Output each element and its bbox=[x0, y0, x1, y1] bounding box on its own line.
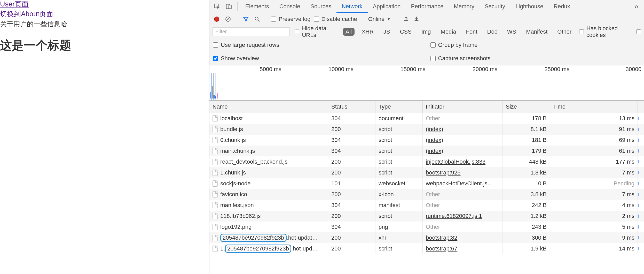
request-name: main.chunk.js bbox=[220, 148, 255, 154]
waterfall-cell bbox=[638, 124, 644, 135]
table-row[interactable]: favicon.ico200x-iconOther3.8 kB7 ms bbox=[209, 189, 644, 200]
timeline-overview[interactable]: 5000 ms10000 ms15000 ms20000 ms25000 ms3… bbox=[209, 65, 644, 100]
record-icon[interactable] bbox=[214, 17, 219, 22]
tab-console[interactable]: Console bbox=[274, 0, 305, 13]
download-har-icon[interactable] bbox=[414, 16, 419, 23]
col-status[interactable]: Status bbox=[328, 101, 375, 113]
table-header[interactable]: Name Status Type Initiator Size Time bbox=[209, 100, 644, 113]
preserve-log-checkbox[interactable]: Preserve log bbox=[271, 16, 311, 22]
filter-type-font[interactable]: Font bbox=[464, 28, 480, 36]
request-type: manifest bbox=[375, 200, 423, 211]
table-row[interactable]: localhost304documentOther178 B13 ms bbox=[209, 113, 644, 124]
upload-har-icon[interactable] bbox=[403, 16, 409, 23]
large-rows-checkbox[interactable]: Use large request rows bbox=[213, 42, 279, 48]
table-row[interactable]: sockjs-node101websocketwebpackHotDevClie… bbox=[209, 178, 644, 189]
capture-screenshots-checkbox[interactable]: Capture screenshots bbox=[430, 55, 491, 62]
tab-network[interactable]: Network bbox=[336, 0, 368, 13]
request-status: 200 bbox=[328, 167, 375, 178]
tab-sources[interactable]: Sources bbox=[305, 0, 336, 13]
tab-performance[interactable]: Performance bbox=[406, 0, 449, 13]
filter-type-img[interactable]: Img bbox=[419, 28, 434, 36]
col-initiator[interactable]: Initiator bbox=[423, 101, 503, 113]
request-name: favicon.ico bbox=[220, 191, 247, 198]
search-icon[interactable] bbox=[253, 15, 261, 23]
inspect-element-icon[interactable] bbox=[212, 2, 222, 11]
col-time[interactable]: Time bbox=[550, 101, 638, 113]
request-initiator[interactable]: bootstrap:67 bbox=[423, 243, 503, 254]
table-row[interactable]: 118.fb73b062.js200scriptruntime.61820097… bbox=[209, 211, 644, 222]
throttle-select[interactable]: Online ▼ bbox=[367, 16, 392, 22]
request-time: 5 ms bbox=[550, 222, 638, 232]
table-row[interactable]: bundle.js200script(index)8.1 kB91 ms bbox=[209, 124, 644, 135]
hide-data-urls-checkbox[interactable]: Hide data URLs bbox=[295, 25, 338, 39]
request-status: 200 bbox=[328, 243, 375, 254]
table-row[interactable]: logo192.png304pngOther243 B5 ms bbox=[209, 222, 644, 232]
col-type[interactable]: Type bbox=[375, 101, 423, 113]
request-size: 300 B bbox=[503, 232, 550, 243]
request-status: 304 bbox=[328, 222, 375, 232]
filter-type-manifest[interactable]: Manifest bbox=[523, 28, 550, 36]
request-name: logo192.png bbox=[220, 224, 252, 230]
show-overview-label: Show overview bbox=[221, 55, 259, 62]
clear-icon[interactable] bbox=[224, 15, 232, 23]
request-initiator[interactable]: bootstrap:925 bbox=[423, 167, 503, 178]
col-size[interactable]: Size bbox=[503, 101, 550, 113]
request-initiator[interactable]: (index) bbox=[423, 135, 503, 146]
filter-type-ws[interactable]: WS bbox=[505, 28, 519, 36]
switch-about-link[interactable]: 切换到About页面 bbox=[0, 9, 53, 19]
filter-type-all[interactable]: All bbox=[343, 28, 354, 36]
timeline-tick: 15000 ms bbox=[356, 65, 428, 73]
request-initiator[interactable]: runtime.61820097.js:1 bbox=[423, 211, 503, 222]
tab-security[interactable]: Security bbox=[480, 0, 510, 13]
request-time: 13 ms bbox=[550, 113, 638, 124]
large-rows-label: Use large request rows bbox=[221, 42, 279, 48]
request-initiator[interactable]: injectGlobalHook.js:833 bbox=[423, 156, 503, 167]
tab-redux[interactable]: Redux bbox=[548, 0, 575, 13]
table-row[interactable]: 0.chunk.js304script(index)181 B69 ms bbox=[209, 135, 644, 146]
filter-type-js[interactable]: JS bbox=[381, 28, 393, 36]
filter-type-doc[interactable]: Doc bbox=[485, 28, 500, 36]
divider bbox=[362, 15, 362, 23]
show-overview-checkbox[interactable]: Show overview bbox=[213, 55, 259, 62]
filter-icon[interactable] bbox=[242, 15, 250, 23]
table-row[interactable]: 1.chunk.js200scriptbootstrap:9251.8 kB7 … bbox=[209, 167, 644, 178]
tab-memory[interactable]: Memory bbox=[449, 0, 479, 13]
devtools-tabs: ElementsConsoleSourcesNetworkApplication… bbox=[209, 0, 644, 13]
user-page-link[interactable]: User页面 bbox=[0, 0, 29, 9]
has-blocked-cookies-checkbox[interactable]: Has blocked cookies bbox=[579, 25, 633, 39]
tab-elements[interactable]: Elements bbox=[240, 0, 274, 13]
request-initiator[interactable]: bootstrap:82 bbox=[423, 232, 503, 243]
device-toolbar-icon[interactable] bbox=[224, 2, 234, 11]
table-row[interactable]: 1.205487be9270982f923b.hot-upd…200script… bbox=[209, 243, 644, 254]
filter-type-other[interactable]: Other bbox=[555, 28, 574, 36]
table-row[interactable]: react_devtools_backend.js200scriptinject… bbox=[209, 156, 644, 167]
table-row[interactable]: main.chunk.js304script(index)179 B61 ms bbox=[209, 146, 644, 156]
disable-cache-checkbox[interactable]: Disable cache bbox=[314, 16, 357, 22]
tab-lighthouse[interactable]: Lighthouse bbox=[510, 0, 548, 13]
extra-checkbox[interactable] bbox=[636, 29, 641, 34]
group-by-frame-checkbox[interactable]: Group by frame bbox=[430, 42, 478, 48]
request-name: 1.chunk.js bbox=[220, 169, 246, 176]
filter-type-media[interactable]: Media bbox=[438, 28, 459, 36]
table-row[interactable]: manifest.json304manifestOther242 B4 ms bbox=[209, 200, 644, 211]
tab-application[interactable]: Application bbox=[368, 0, 406, 13]
chevron-down-icon: ▼ bbox=[387, 17, 391, 21]
more-tabs-icon[interactable]: » bbox=[631, 2, 642, 11]
col-waterfall[interactable] bbox=[638, 101, 644, 113]
request-type: xhr bbox=[375, 232, 423, 243]
request-initiator[interactable]: webpackHotDevClient.js… bbox=[423, 178, 503, 189]
request-initiator[interactable]: (index) bbox=[423, 146, 503, 156]
request-status: 200 bbox=[328, 211, 375, 222]
col-name[interactable]: Name bbox=[209, 101, 328, 113]
file-icon bbox=[213, 213, 218, 219]
request-initiator[interactable]: (index) bbox=[423, 124, 503, 135]
file-icon bbox=[213, 170, 218, 176]
request-status: 200 bbox=[328, 232, 375, 243]
filter-type-css[interactable]: CSS bbox=[397, 28, 414, 36]
table-row[interactable]: 205487be9270982f923b.hot-updat…200xhrboo… bbox=[209, 232, 644, 243]
file-icon bbox=[213, 246, 218, 252]
request-name: 205487be9270982f923b.hot-updat… bbox=[220, 234, 318, 242]
filter-input[interactable] bbox=[213, 27, 290, 36]
request-time: 4 ms bbox=[550, 200, 638, 211]
filter-type-xhr[interactable]: XHR bbox=[359, 28, 376, 36]
